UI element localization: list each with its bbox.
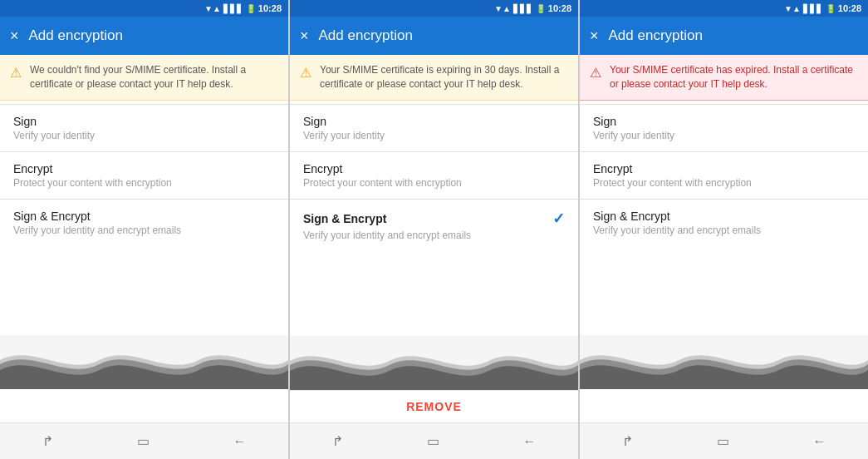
status-time: 10:28 (838, 3, 861, 13)
menu-content: Sign Verify your identity Encrypt Protec… (0, 101, 288, 335)
menu-item-row: Encrypt (13, 162, 275, 175)
menu-item-row: Sign & Encrypt (593, 210, 855, 223)
recent-apps-icon[interactable]: ↱ (622, 433, 633, 449)
battery-icon: 🔋 (246, 4, 256, 13)
menu-item-2[interactable]: Sign & Encrypt Verify your identity and … (580, 200, 868, 246)
alert-text: Your S/MIME certificate is expiring in 3… (320, 63, 568, 91)
menu-item-subtitle: Protect your content with encryption (593, 177, 855, 189)
wave-decoration (290, 336, 578, 390)
battery-icon: 🔋 (826, 4, 836, 13)
signal-icon: ▋▋▋ (223, 4, 243, 13)
wifi-icon: ▼▲ (204, 4, 221, 13)
nav-bar: ↱▭← (580, 422, 868, 459)
menu-item-title: Encrypt (13, 162, 52, 175)
phone-panel-1: ▼▲ ▋▋▋ 🔋 10:28 × Add encryption ⚠ We cou… (0, 0, 289, 459)
menu-item-subtitle: Verify your identity and encrypt emails (593, 225, 855, 236)
menu-item-subtitle: Protect your content with encryption (13, 177, 275, 189)
menu-content: Sign Verify your identity Encrypt Protec… (290, 101, 578, 336)
bottom-spacer (580, 389, 868, 422)
menu-content: Sign Verify your identity Encrypt Protec… (580, 101, 868, 335)
status-bar-icons: ▼▲ ▋▋▋ 🔋 10:28 (784, 3, 861, 13)
home-icon[interactable]: ▭ (427, 433, 439, 449)
remove-button-area: REMOVE (290, 390, 578, 422)
alert-banner: ⚠ Your S/MIME certificate has expired. I… (580, 55, 868, 101)
menu-item-subtitle: Verify your identity (13, 130, 275, 141)
remove-button[interactable]: REMOVE (406, 400, 462, 413)
alert-text: Your S/MIME certificate has expired. Ins… (610, 63, 858, 91)
menu-item-row: Encrypt (303, 162, 565, 175)
menu-item-title: Sign & Encrypt (303, 212, 386, 225)
nav-bar: ↱▭← (290, 422, 578, 459)
menu-item-title: Sign & Encrypt (13, 210, 91, 223)
menu-item-title: Sign (303, 115, 326, 128)
back-icon[interactable]: ← (523, 434, 537, 449)
wave-decoration (580, 335, 868, 389)
menu-item-title: Sign (593, 115, 616, 128)
wave-decoration (0, 335, 288, 389)
back-icon[interactable]: ← (813, 434, 826, 449)
menu-item-0[interactable]: Sign Verify your identity (580, 105, 868, 151)
menu-item-row: Encrypt (593, 162, 855, 175)
close-button[interactable]: × (300, 27, 309, 45)
phone-panel-2: ▼▲ ▋▋▋ 🔋 10:28 × Add encryption ⚠ Your S… (290, 0, 579, 459)
menu-item-row: Sign & Encrypt (13, 210, 275, 223)
signal-icon: ▋▋▋ (803, 4, 823, 13)
menu-item-title: Sign & Encrypt (593, 210, 670, 223)
menu-item-0[interactable]: Sign Verify your identity (0, 105, 288, 151)
menu-item-row: Sign (303, 115, 565, 128)
home-icon[interactable]: ▭ (717, 433, 729, 449)
app-bar-title: Add encryption (29, 27, 123, 44)
menu-item-subtitle: Verify your identity and encrypt emails (303, 230, 565, 241)
back-icon[interactable]: ← (233, 434, 247, 449)
alert-icon: ⚠ (300, 64, 311, 82)
alert-banner: ⚠ Your S/MIME certificate is expiring in… (290, 55, 578, 101)
status-time: 10:28 (548, 3, 571, 13)
menu-item-1[interactable]: Encrypt Protect your content with encryp… (0, 152, 288, 199)
menu-item-subtitle: Protect your content with encryption (303, 177, 565, 189)
menu-item-row: Sign (593, 115, 855, 128)
menu-item-subtitle: Verify your identity (303, 130, 565, 141)
app-bar-title: Add encryption (609, 27, 703, 44)
status-bar: ▼▲ ▋▋▋ 🔋 10:28 (580, 0, 868, 17)
menu-item-2[interactable]: Sign & Encrypt ✓ Verify your identity an… (290, 200, 578, 251)
menu-item-1[interactable]: Encrypt Protect your content with encryp… (580, 152, 868, 199)
close-button[interactable]: × (590, 27, 599, 45)
menu-item-1[interactable]: Encrypt Protect your content with encryp… (290, 152, 578, 199)
alert-text: We couldn't find your S/MIME certificate… (30, 63, 278, 91)
app-bar: × Add encryption (580, 17, 868, 55)
menu-item-row: Sign & Encrypt ✓ (303, 210, 565, 228)
menu-item-row: Sign (13, 115, 275, 128)
menu-item-0[interactable]: Sign Verify your identity (290, 105, 578, 151)
alert-icon: ⚠ (10, 64, 22, 82)
nav-bar: ↱▭← (0, 422, 288, 459)
wifi-icon: ▼▲ (494, 4, 511, 13)
signal-icon: ▋▋▋ (513, 4, 533, 13)
menu-item-title: Sign (13, 115, 37, 128)
menu-item-title: Encrypt (593, 162, 632, 175)
menu-item-title: Encrypt (303, 162, 342, 175)
app-bar: × Add encryption (290, 17, 578, 55)
app-bar-title: Add encryption (319, 27, 413, 44)
home-icon[interactable]: ▭ (137, 433, 150, 449)
phone-panel-3: ▼▲ ▋▋▋ 🔋 10:28 × Add encryption ⚠ Your S… (580, 0, 868, 459)
menu-item-2[interactable]: Sign & Encrypt Verify your identity and … (0, 200, 288, 246)
check-icon: ✓ (552, 210, 565, 228)
app-bar: × Add encryption (0, 17, 288, 55)
status-bar: ▼▲ ▋▋▋ 🔋 10:28 (290, 0, 578, 17)
close-button[interactable]: × (10, 27, 19, 45)
menu-item-subtitle: Verify your identity (593, 130, 855, 141)
status-bar-icons: ▼▲ ▋▋▋ 🔋 10:28 (204, 3, 282, 13)
alert-icon: ⚠ (590, 64, 601, 82)
recent-apps-icon[interactable]: ↱ (42, 433, 53, 449)
battery-icon: 🔋 (536, 4, 546, 13)
status-time: 10:28 (258, 3, 282, 13)
status-bar: ▼▲ ▋▋▋ 🔋 10:28 (0, 0, 288, 17)
menu-item-subtitle: Verify your identity and encrypt emails (13, 225, 275, 236)
recent-apps-icon[interactable]: ↱ (332, 433, 343, 449)
bottom-spacer (0, 389, 288, 422)
status-bar-icons: ▼▲ ▋▋▋ 🔋 10:28 (494, 3, 571, 13)
alert-banner: ⚠ We couldn't find your S/MIME certifica… (0, 55, 288, 101)
wifi-icon: ▼▲ (784, 4, 801, 13)
